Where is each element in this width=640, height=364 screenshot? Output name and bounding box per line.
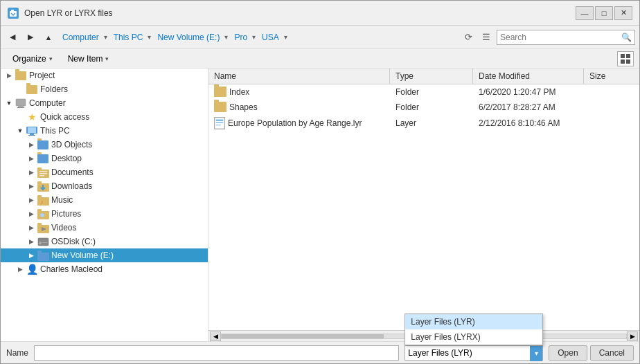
col-header-size[interactable]: Size [584,69,639,84]
cancel-button[interactable]: Cancel [590,345,634,361]
svg-rect-21 [37,195,42,198]
sidebar-label-new-volume: New Volume (E:) [51,251,114,260]
svg-rect-35 [216,120,224,121]
svg-rect-20 [37,197,49,206]
file-list: Index Folder 1/6/2020 1:20:47 PM Shapes … [208,84,639,330]
up-button[interactable]: ▲ [41,30,56,45]
expand-quick-access[interactable] [15,111,26,122]
sidebar-item-osdisk[interactable]: ▶ OSDisk (C:) [1,235,208,248]
search-icon: 🔍 [621,33,632,42]
back-button[interactable]: ◀ [5,30,20,45]
svg-point-25 [40,213,44,217]
sidebar-item-downloads[interactable]: ▶ Downloads [1,179,208,193]
forward-button[interactable]: ▶ [23,30,38,45]
sidebar-label-documents: Documents [51,167,94,177]
folder-icon-index [214,87,226,97]
expand-documents[interactable]: ▶ [26,167,37,178]
dropdown-option-lyr[interactable]: Layer Files (LYR) [405,314,542,329]
col-header-name[interactable]: Name [208,69,390,84]
expand-videos[interactable]: ▶ [26,222,37,233]
svg-rect-11 [28,135,35,136]
breadcrumb-pro[interactable]: Pro ▾ [231,30,257,44]
sidebar-item-3d-objects[interactable]: ▶ 3D Objects [1,138,208,152]
sidebar-item-computer[interactable]: ▼ Computer [1,96,208,110]
sidebar-label-quick-access: Quick access [40,112,89,122]
breadcrumb-usa[interactable]: USA ▾ [258,30,289,44]
scroll-left[interactable]: ◀ [210,331,221,341]
expand-project[interactable]: ▶ [3,70,15,81]
file-row-shapes[interactable]: Shapes Folder 6/2/2017 8:28:27 AM [208,100,639,115]
breadcrumb-computer[interactable]: Computer ▾ [59,30,109,44]
breadcrumb-newvolume[interactable]: New Volume (E:) ▾ [154,30,229,44]
name-input[interactable] [34,345,399,361]
scroll-right[interactable]: ▶ [627,331,638,341]
svg-text:♪: ♪ [40,199,44,206]
svg-rect-24 [37,209,42,212]
close-button[interactable]: ✕ [614,6,632,20]
expand-this-pc[interactable]: ▼ [15,125,26,136]
sidebar-item-charles[interactable]: ▶ 👤 Charles Macleod [1,262,208,276]
sidebar-item-pictures[interactable]: ▶ Pictures [1,207,208,221]
sidebar-item-folders[interactable]: Folders [1,82,208,96]
expand-charles[interactable]: ▶ [15,264,26,275]
svg-rect-16 [39,173,47,174]
title-bar: Open LYR or LYRX files — □ ✕ [1,1,639,26]
expand-music[interactable]: ▶ [26,194,37,206]
sidebar-item-project[interactable]: ▶ Project [1,69,208,82]
refresh-button[interactable]: ⟳ [461,30,476,45]
expand-computer[interactable]: ▼ [3,98,15,109]
breadcrumb-thispc[interactable]: This PC ▾ [110,30,153,44]
svg-rect-2 [621,54,625,58]
svg-rect-19 [37,181,42,184]
expand-new-volume[interactable]: ▶ [26,250,37,261]
minimize-button[interactable]: — [576,6,594,20]
svg-point-30 [39,242,42,244]
expand-folders[interactable] [15,84,26,95]
svg-rect-32 [37,253,49,261]
file-row-lyr[interactable]: Europe Population by Age Range.lyr Layer… [208,115,639,132]
organize-menu[interactable]: Organize ▾ [6,52,59,66]
folder-icon-3d [37,139,49,150]
sidebar-item-documents[interactable]: ▶ Documents [1,165,208,179]
file-area: Name Type Date Modified Size In [208,69,639,341]
scroll-thumb[interactable] [222,334,384,338]
file-header: Name Type Date Modified Size [208,69,639,84]
svg-rect-4 [621,60,625,64]
svg-rect-15 [39,171,47,172]
sidebar-item-quick-access[interactable]: ★ Quick access [1,110,208,124]
new-item-menu[interactable]: New Item ▾ [62,52,116,66]
dropdown-option-lyrx[interactable]: Layer Files (LYRX) [405,329,542,345]
sidebar-item-new-volume[interactable]: ▶ New Volume (E:) [1,248,208,262]
expand-3d[interactable]: ▶ [26,139,37,150]
sidebar-item-videos[interactable]: ▶ Videos [1,221,208,235]
col-header-date[interactable]: Date Modified [473,69,584,84]
sidebar-item-this-pc[interactable]: ▼ This PC [1,124,208,138]
sidebar-item-desktop[interactable]: ▶ Desktop [1,152,208,165]
new-item-arrow: ▾ [105,55,109,62]
expand-desktop[interactable]: ▶ [26,153,37,164]
svg-rect-31 [42,242,47,243]
properties-button[interactable]: ☰ [479,30,494,45]
maximize-button[interactable]: □ [595,6,613,20]
file-date-shapes: 6/2/2017 8:28:27 AM [473,102,584,112]
file-type-select[interactable]: Layer Files (LYR) ▾ [405,345,543,361]
sidebar-label-desktop: Desktop [51,154,82,163]
open-button[interactable]: Open [549,345,587,361]
expand-downloads[interactable]: ▶ [26,181,37,192]
svg-rect-5 [626,60,630,64]
svg-rect-1 [11,10,14,12]
file-type-arrow[interactable]: ▾ [530,346,542,361]
menu-bar: Organize ▾ New Item ▾ [1,49,639,69]
file-type-value: Layer Files (LYR) [408,348,472,358]
svg-rect-7 [18,106,24,107]
expand-osdisk[interactable]: ▶ [26,236,37,247]
search-box[interactable]: 🔍 [497,30,635,45]
col-header-type[interactable]: Type [390,69,473,84]
expand-pictures[interactable]: ▶ [26,208,37,219]
sidebar-label-music: Music [51,195,73,205]
search-input[interactable] [500,33,621,42]
sidebar-item-music[interactable]: ▶ ♪ Music [1,193,208,207]
view-toggle-button[interactable] [617,51,634,66]
usb-folder-icon [37,250,49,261]
file-row-index[interactable]: Index Folder 1/6/2020 1:20:47 PM [208,84,639,100]
